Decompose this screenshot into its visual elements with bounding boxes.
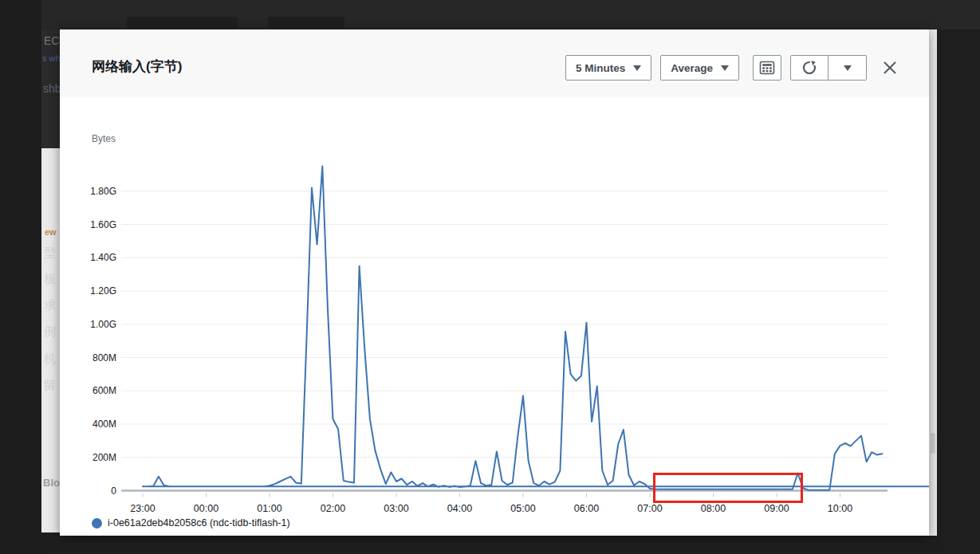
dimmed-nav-item: 求 (44, 298, 56, 313)
dimmed-tab (268, 17, 344, 28)
scrollbar-thumb[interactable] (931, 433, 935, 454)
svg-text:1.40G: 1.40G (90, 252, 116, 263)
chart-legend[interactable]: i-0e61a2deb4b2058c6 (ndc-tidb-tiflash-1) (92, 517, 290, 528)
svg-text:200M: 200M (92, 452, 116, 463)
dimmed-text: Blo (43, 477, 60, 489)
svg-text:1.60G: 1.60G (90, 219, 116, 230)
svg-text:06:00: 06:00 (574, 503, 599, 514)
legend-color-dot (92, 518, 102, 528)
svg-text:07:00: 07:00 (637, 503, 662, 514)
svg-text:03:00: 03:00 (384, 503, 408, 514)
svg-text:1.20G: 1.20G (90, 285, 116, 297)
dimmed-text: shb (43, 82, 60, 95)
window-left-edge (0, 0, 41, 554)
svg-text:1.80G: 1.80G (90, 186, 116, 197)
svg-text:1.00G: 1.00G (90, 319, 116, 330)
svg-text:09:00: 09:00 (764, 503, 789, 514)
svg-text:01:00: 01:00 (257, 503, 281, 514)
dimmed-nav-item: 例 (44, 324, 56, 340)
svg-text:23:00: 23:00 (130, 503, 155, 514)
svg-text:02:00: 02:00 (321, 503, 345, 514)
dimmed-sidebar: ew 型 板 求 例 机 留 Blo (41, 148, 60, 532)
dimmed-tab (126, 17, 238, 28)
browser-top-strip (0, 0, 980, 29)
svg-text:05:00: 05:00 (510, 503, 535, 514)
svg-text:400M: 400M (92, 418, 116, 430)
metric-dialog: 网络输入(字节) 5 Minutes Average (60, 29, 929, 536)
dimmed-nav-item: 型 (44, 246, 56, 261)
red-annotation-box (653, 473, 803, 504)
svg-text:08:00: 08:00 (701, 503, 726, 514)
dimmed-page-right-edge (929, 29, 937, 536)
dimmed-badge: ew (45, 227, 57, 237)
dimmed-nav-item: 板 (44, 272, 56, 287)
dimmed-text: EC2 D (44, 34, 60, 47)
dimmed-nav-top: EC2 D s wha shb (41, 29, 60, 148)
svg-text:00:00: 00:00 (194, 503, 218, 514)
dimmed-text: s wha (42, 53, 60, 63)
svg-text:800M: 800M (92, 352, 116, 363)
svg-text:04:00: 04:00 (447, 503, 472, 514)
network-in-chart[interactable]: 0200M400M600M800M1.00G1.20G1.40G1.60G1.8… (60, 29, 929, 536)
page-background: EC2 D s wha shb ew 型 板 求 例 机 留 Blo 网络输入(… (0, 0, 980, 554)
svg-text:10:00: 10:00 (828, 503, 852, 514)
dimmed-nav-item: 机 (44, 352, 56, 367)
svg-text:600M: 600M (92, 385, 116, 396)
dimmed-nav-item: 留 (44, 378, 56, 393)
legend-label: i-0e61a2deb4b2058c6 (ndc-tidb-tiflash-1) (108, 517, 290, 528)
svg-text:0: 0 (111, 485, 116, 497)
